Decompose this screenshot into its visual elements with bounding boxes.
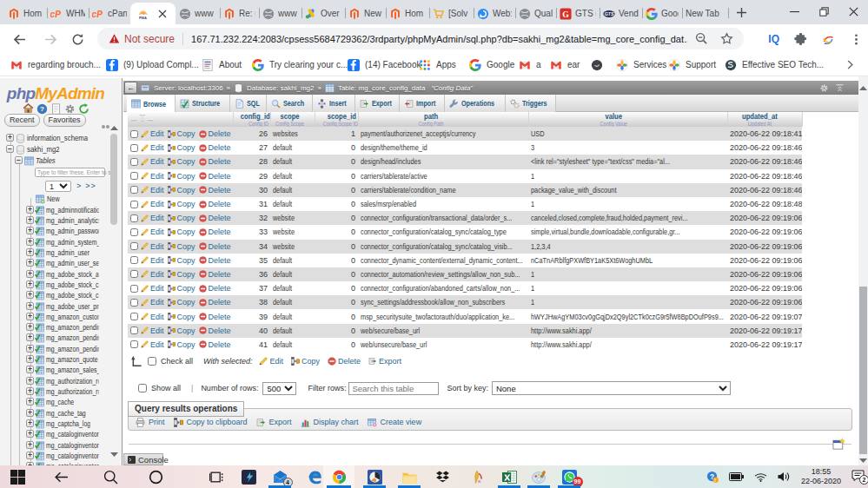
chrome-taskbar-button[interactable] xyxy=(323,465,354,488)
tree-table[interactable]: +mg_admin_user xyxy=(0,247,110,258)
bookmark-item[interactable]: Google xyxy=(469,57,514,72)
row-checkbox[interactable] xyxy=(130,340,138,348)
address-bar[interactable]: Not secure 167.71.232.224:2083/cpsess568… xyxy=(97,28,744,49)
browser-tab[interactable]: [Solv xyxy=(429,3,474,24)
browser-tab[interactable]: GGTS ( xyxy=(556,3,600,24)
browser-tab[interactable]: www xyxy=(259,3,301,24)
cortana-button[interactable] xyxy=(140,465,171,488)
zoom-out-icon[interactable] xyxy=(695,32,708,45)
row-copy-link[interactable]: Copy xyxy=(168,340,195,349)
expand-icon[interactable]: + xyxy=(26,206,34,214)
tree-database[interactable]: +information_schema xyxy=(0,132,110,143)
with-selected-copy-link[interactable]: Copy xyxy=(291,357,320,366)
tree-table[interactable]: +mg_cataloginventory_ xyxy=(0,429,110,439)
transform-header[interactable]: ←T→ xyxy=(128,112,233,127)
pma-tab-operations[interactable]: Operations xyxy=(445,95,506,112)
tree-table[interactable]: +mg_admin_user_sessi xyxy=(0,258,110,268)
help-tray-icon[interactable]: ?! xyxy=(706,471,719,483)
nav-scroll-up-icon[interactable] xyxy=(109,124,118,132)
row-edit-link[interactable]: Edit xyxy=(141,228,164,236)
expand-icon[interactable]: + xyxy=(6,134,14,142)
tree-database[interactable]: −sakhi_mg2 xyxy=(0,143,110,155)
check-all-label[interactable]: Check all xyxy=(161,357,193,366)
show-all-checkbox[interactable] xyxy=(138,384,147,392)
file-explorer-taskbar-button[interactable] xyxy=(394,465,424,488)
expand-icon[interactable]: + xyxy=(26,377,34,385)
row-copy-link[interactable]: Copy xyxy=(168,284,195,293)
row-copy-link[interactable]: Copy xyxy=(168,129,195,138)
row-copy-link[interactable]: Copy xyxy=(168,256,195,265)
tree-filter-input[interactable]: Type to filter these, Enter to sX xyxy=(35,168,105,177)
row-delete-link[interactable]: Delete xyxy=(199,270,231,279)
bookmark-item[interactable]: ear xyxy=(550,57,580,72)
expand-icon[interactable]: + xyxy=(26,430,34,438)
tree-table[interactable]: +mg_authorization_role xyxy=(0,376,110,386)
expand-icon[interactable]: + xyxy=(26,366,34,373)
pma-tab-browse[interactable]: Browse xyxy=(127,95,176,113)
expand-icon[interactable]: + xyxy=(26,452,34,459)
paint-taskbar-button[interactable] xyxy=(524,465,553,488)
tree-table[interactable]: +mg_cataloginventory_ xyxy=(0,440,110,451)
tree-new-table[interactable]: New xyxy=(0,193,110,204)
new-window-icon[interactable] xyxy=(832,438,845,451)
expand-icon[interactable]: + xyxy=(26,345,34,353)
expand-icon[interactable]: + xyxy=(26,270,34,278)
maximize-button[interactable] xyxy=(809,0,838,23)
iq-extension-badge[interactable]: IQ xyxy=(768,33,779,45)
row-edit-link[interactable]: Edit xyxy=(141,270,164,279)
tree-table[interactable]: +mg_admin_analytics_u xyxy=(0,215,110,226)
tree-table[interactable]: +mg_cache xyxy=(0,397,110,407)
bookmark-item[interactable]: Services xyxy=(616,57,666,72)
expand-icon[interactable]: + xyxy=(26,387,34,395)
pma-tab-import[interactable]: Import xyxy=(400,95,444,112)
browser-tab-active[interactable]: PMA xyxy=(130,3,176,24)
pma-tab-export[interactable]: Export xyxy=(355,95,401,112)
with-selected-export-link[interactable]: Export xyxy=(368,357,401,366)
row-copy-link[interactable]: Copy xyxy=(168,228,195,236)
expand-icon[interactable]: + xyxy=(26,333,34,341)
row-copy-link[interactable]: Copy xyxy=(168,186,195,195)
tree-table[interactable]: +mg_admin_system_m xyxy=(0,236,110,247)
browser-tab[interactable]: Goog xyxy=(642,3,682,24)
collapse-icon[interactable]: − xyxy=(6,145,14,153)
row-edit-link[interactable]: Edit xyxy=(141,340,164,349)
filter-rows-input[interactable] xyxy=(348,382,439,395)
expand-icon[interactable]: + xyxy=(26,280,34,288)
row-checkbox[interactable] xyxy=(130,256,138,264)
row-copy-link[interactable]: Copy xyxy=(168,157,195,166)
column-header-config_id[interactable]: config_idConfig ID xyxy=(233,112,270,127)
row-checkbox[interactable] xyxy=(130,299,138,307)
row-checkbox[interactable] xyxy=(130,172,138,180)
row-delete-link[interactable]: Delete xyxy=(199,186,231,195)
row-delete-link[interactable]: Delete xyxy=(199,172,231,181)
pma-tab-sql[interactable]: SQL xyxy=(230,95,267,112)
nav-scrollbar-thumb[interactable] xyxy=(110,134,117,225)
new-tab-button[interactable] xyxy=(731,5,752,20)
excel-taskbar-button[interactable] xyxy=(494,465,524,488)
nav-favorites-button[interactable]: Favorites xyxy=(43,114,86,127)
wifi-icon[interactable] xyxy=(754,472,767,482)
expand-icon[interactable]: + xyxy=(26,291,34,299)
row-copy-link[interactable]: Copy xyxy=(168,172,195,181)
back-button[interactable] xyxy=(8,28,30,50)
colored-extension-icon[interactable] xyxy=(822,33,835,46)
breadcrumb-database[interactable]: Database: sakhi_mg2 xyxy=(234,83,314,93)
tree-page-next[interactable]: > xyxy=(76,181,82,190)
row-copy-link[interactable]: Copy xyxy=(168,242,195,251)
tree-page-select[interactable]: 1 xyxy=(45,181,71,192)
bookmarks-overflow-chevron-icon[interactable] xyxy=(845,59,856,70)
expand-icon[interactable]: + xyxy=(26,409,34,417)
browser-tab[interactable]: Web: xyxy=(474,3,515,24)
bookmark-item[interactable] xyxy=(591,57,603,72)
row-copy-link[interactable]: Copy xyxy=(168,298,195,307)
console-button[interactable]: Console xyxy=(123,453,163,465)
pma-nav-resize-handle[interactable] xyxy=(102,125,109,129)
row-delete-link[interactable]: Delete xyxy=(199,326,231,335)
expand-icon[interactable]: + xyxy=(26,248,34,256)
tree-table[interactable]: +mg_amazon_pending_ xyxy=(0,333,110,343)
windows-button[interactable] xyxy=(3,465,33,488)
close-button[interactable] xyxy=(838,0,868,23)
row-delete-link[interactable]: Delete xyxy=(199,157,231,166)
tree-table[interactable]: +mg_admin_passwords xyxy=(0,226,110,236)
breadcrumb-server[interactable]: Server: localhost:3306 xyxy=(141,83,223,93)
